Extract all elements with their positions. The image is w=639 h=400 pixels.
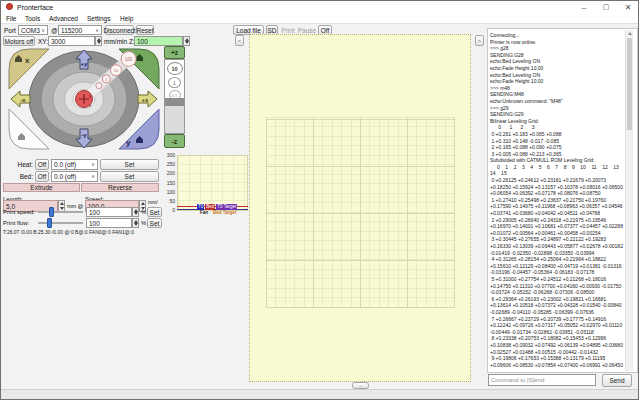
baud-select[interactable]: 115200 ∨ [58,25,102,35]
spin-up-icon[interactable] [134,209,138,212]
close-button[interactable]: ✕ [619,1,637,13]
print-flow-set-button[interactable]: Set [147,218,162,228]
print-speed-stepper[interactable] [132,207,139,217]
spin-up-icon[interactable] [134,220,138,223]
menu-settings[interactable]: Settings [87,13,111,23]
print-speed-slider[interactable] [38,211,83,213]
print-flow-label: Print flow: [3,218,29,228]
graph-ytick-200: 200 [159,171,175,176]
app-icon [6,3,13,10]
viewer-expand-handle[interactable]: ⋯ [352,382,369,389]
bed-set-button[interactable]: Set [100,171,159,182]
chevron-down-icon: ∨ [91,162,95,167]
extrude-button[interactable]: Extrude [3,183,80,192]
bed-temp-select[interactable]: 0.0 (off) ∨ [51,171,98,182]
menu-bar: File Tools Advanced Settings Help [1,13,638,24]
legend-bed-target: Bed Target [213,210,236,215]
minus-y-label: -y [81,132,87,138]
menu-advanced[interactable]: Advanced [49,13,78,23]
temperature-graph [177,155,248,211]
z-feed-stepper[interactable] [183,36,190,46]
command-input[interactable] [488,374,596,386]
bed-label: Bed: [3,171,33,182]
menu-tools[interactable]: Tools [25,13,40,23]
step-0.1-marker[interactable] [96,83,102,89]
window-title: Pronterface [17,2,53,12]
heat-off-button[interactable]: Off [35,159,49,170]
spin-up-icon[interactable] [60,202,64,205]
print-speed-slider-handle[interactable] [49,207,54,217]
heat-temp-select[interactable]: 0.0 (off) ∨ [51,159,98,170]
z-step-10-button[interactable]: 10 [167,62,183,75]
spin-down-icon[interactable] [97,41,101,44]
collapse-right-panel-button[interactable]: > [475,35,484,46]
minimize-button[interactable]: – [575,1,593,13]
build-plate-grid [266,117,455,308]
baud-value: 115200 [61,27,82,34]
menu-help[interactable]: Help [120,13,133,23]
send-button[interactable]: Send [602,374,632,387]
spin-down-icon[interactable] [134,223,138,226]
disconnect-button[interactable]: Disconnect [105,25,134,35]
at-label: @ [51,25,58,35]
print-speed-value: 100 [89,209,100,216]
print-flow-field[interactable]: 100 [86,218,132,228]
maximize-button[interactable]: ▢ [597,1,615,13]
spin-up-icon[interactable] [97,38,101,41]
scroll-up-icon[interactable] [626,30,633,37]
spin-down-icon[interactable] [185,41,189,44]
title-bar: Pronterface – ▢ ✕ [1,1,638,13]
chevron-down-icon: ∨ [91,174,95,179]
console-log: Connecting... Printer is now online. >>>… [490,32,624,368]
console-scrollbar[interactable] [625,30,633,371]
port-value: COM3 [21,27,40,34]
z-track[interactable] [165,106,184,133]
z-step-1-button[interactable]: 1 [168,77,181,88]
z-minus-button[interactable]: -z [164,134,185,148]
step-100-label: 100 [125,57,133,62]
jog-wheel[interactable]: x z y 1 10 100 +y -y -x +x y x [5,45,163,153]
chevron-down-icon: ∨ [95,28,99,33]
graph-ytick-250: 250 [159,162,175,167]
print-flow-slider[interactable] [38,222,83,224]
print-flow-percent: % [141,218,146,228]
spin-down-icon[interactable] [60,207,64,210]
spin-down-icon[interactable] [134,212,138,215]
reset-button[interactable]: Reset [136,25,154,35]
temperature-status-line: T:26.07 /0.00 B:25.30 /0.00 @:0 B@:0 FAN… [3,229,233,235]
print-flow-stepper[interactable] [132,218,139,228]
gcode-viewer[interactable] [249,34,471,382]
graph-ytick-150: 150 [159,181,175,186]
print-speed-label: Print speed: [3,207,35,217]
print-speed-field[interactable]: 100 [86,207,132,217]
port-label: Port [4,25,16,35]
print-flow-slider-handle[interactable] [47,218,52,228]
z-plus-button[interactable]: +z [164,46,185,59]
graph-legend-text: Fan Bed Target [200,210,236,215]
print-speed-percent: % [141,207,146,217]
bed-off-button[interactable]: Off [35,171,49,182]
legend-fan: Fan [200,210,208,215]
z-feed-value: 100 [137,38,148,45]
port-select[interactable]: COM3 ∨ [18,25,48,35]
heat-label: Heat: [3,159,33,170]
print-speed-set-button[interactable]: Set [147,207,162,217]
center-y-label: y [89,93,91,98]
heat-set-button[interactable]: Set [100,159,159,170]
spin-up-icon[interactable] [185,38,189,41]
collapse-left-panel-button[interactable]: < [235,35,244,46]
bed-temp-value: 0.0 (off) [54,173,76,180]
scrollbar-thumb[interactable] [627,38,632,130]
pronterface-window: Pronterface – ▢ ✕ File Tools Advanced Se… [0,0,639,400]
xy-feed-value: 3000 [51,38,65,45]
plus-x-label: +x [142,97,150,103]
home-y-label: y [126,138,131,147]
z-indicator-band [165,98,184,106]
reverse-button[interactable]: Reverse [81,183,159,192]
spin-up-icon[interactable] [141,202,145,205]
menu-file[interactable]: File [6,13,16,23]
print-flow-value: 100 [89,220,100,227]
heat-temp-value: 0.0 (off) [54,161,76,168]
status-bar [1,389,638,400]
console-panel: Connecting... Printer is now online. >>>… [487,28,638,373]
